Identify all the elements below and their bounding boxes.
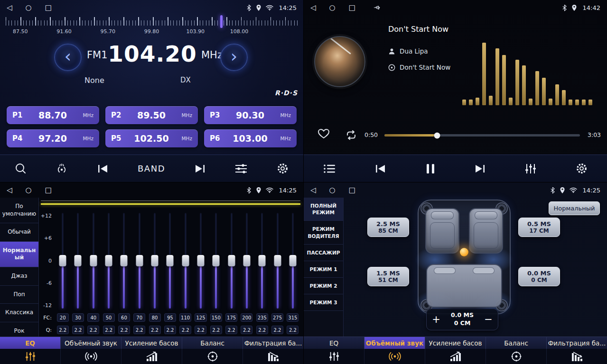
back-icon[interactable]: ◁ bbox=[310, 4, 316, 11]
eq-preset-item[interactable]: Рок bbox=[0, 322, 38, 337]
repeat-button[interactable] bbox=[345, 130, 358, 140]
eq-band-slider[interactable] bbox=[116, 213, 131, 309]
eq-band-slider[interactable] bbox=[193, 213, 208, 309]
next-track-button[interactable] bbox=[474, 164, 486, 174]
eq-sliders-icon[interactable] bbox=[304, 349, 364, 364]
surround-icon[interactable] bbox=[364, 349, 425, 364]
listening-mode-item[interactable]: РЕЖИМ ВОДИТЕЛЯ bbox=[304, 221, 343, 244]
recents-icon[interactable]: □ bbox=[45, 187, 52, 194]
recents-icon[interactable]: □ bbox=[349, 4, 355, 11]
decrease-delay-button[interactable]: − bbox=[479, 315, 498, 325]
recents-icon[interactable]: □ bbox=[349, 187, 355, 194]
filter-icon[interactable] bbox=[546, 349, 607, 364]
slider-knob[interactable] bbox=[136, 255, 143, 266]
eq-band-slider[interactable] bbox=[132, 213, 147, 309]
pause-button[interactable] bbox=[425, 163, 436, 174]
eq-preset-item[interactable]: Обычай bbox=[0, 223, 38, 242]
home-icon[interactable]: ○ bbox=[26, 4, 32, 11]
tab-surround[interactable]: Объёмный звук bbox=[364, 337, 425, 349]
band-button[interactable]: BAND bbox=[138, 164, 165, 173]
slider-knob[interactable] bbox=[151, 255, 159, 266]
eq-band-slider[interactable] bbox=[208, 213, 224, 309]
preset-button[interactable]: P6103.00MHz bbox=[204, 129, 297, 147]
eq-band-slider[interactable] bbox=[70, 213, 85, 309]
preset-button[interactable]: P289.50MHz bbox=[105, 106, 198, 124]
tab-filter[interactable]: Фильтрация ба... bbox=[546, 337, 607, 349]
bass-boost-icon[interactable] bbox=[121, 349, 182, 364]
tab-filter[interactable]: Фильтрация ба... bbox=[243, 337, 303, 349]
driver-seat[interactable] bbox=[425, 208, 459, 254]
eq-preset-item[interactable]: Нормальный bbox=[0, 242, 38, 267]
favorite-button[interactable] bbox=[317, 128, 330, 139]
preset-button[interactable]: P5102.50MHz bbox=[105, 129, 198, 147]
slider-knob[interactable] bbox=[90, 255, 97, 266]
listening-mode-item[interactable]: РЕЖИМ 3 bbox=[304, 294, 343, 311]
previous-station-button[interactable] bbox=[97, 164, 109, 174]
settings-gear-button[interactable] bbox=[276, 162, 289, 175]
tab-balance[interactable]: Баланс bbox=[486, 337, 546, 349]
back-icon[interactable]: ◁ bbox=[7, 187, 12, 194]
frequency-scale[interactable]: 87.5091.6095.7099.80103.90108.00 bbox=[6, 17, 298, 37]
slider-knob[interactable] bbox=[259, 255, 266, 266]
tab-bass-boost[interactable]: Усиление басов bbox=[425, 337, 486, 349]
eq-band-slider[interactable] bbox=[86, 213, 101, 309]
tune-up-button[interactable]: › bbox=[220, 44, 248, 71]
eq-band-slider[interactable] bbox=[270, 213, 285, 309]
eq-band-slider[interactable] bbox=[162, 213, 177, 309]
eq-band-slider[interactable] bbox=[285, 213, 300, 309]
eq-preset-item[interactable]: По умолчанию bbox=[0, 198, 38, 223]
eq-band-slider[interactable] bbox=[55, 213, 70, 309]
surround-icon[interactable] bbox=[60, 349, 121, 364]
listening-mode-item[interactable]: ПАССАЖИР bbox=[304, 245, 343, 261]
slider-knob[interactable] bbox=[59, 255, 66, 266]
tab-eq[interactable]: EQ bbox=[304, 337, 364, 349]
eq-preset-item[interactable]: Классика bbox=[0, 304, 38, 322]
eq-band-slider[interactable] bbox=[254, 213, 270, 309]
eq-preset-item[interactable]: Поп bbox=[0, 286, 38, 304]
tab-eq[interactable]: EQ bbox=[0, 337, 60, 349]
mixer-button[interactable] bbox=[524, 163, 537, 174]
slider-knob[interactable] bbox=[75, 255, 82, 266]
sound-focus-point[interactable] bbox=[460, 248, 468, 256]
previous-track-button[interactable] bbox=[374, 164, 387, 174]
tab-surround[interactable]: Объёмный звук bbox=[60, 337, 121, 349]
home-icon[interactable]: ○ bbox=[26, 187, 32, 194]
progress-track[interactable] bbox=[384, 134, 580, 136]
slider-knob[interactable] bbox=[197, 255, 204, 266]
slider-knob[interactable] bbox=[167, 255, 174, 266]
tab-balance[interactable]: Баланс bbox=[182, 337, 243, 349]
balance-icon[interactable] bbox=[486, 349, 546, 364]
eq-band-slider[interactable] bbox=[147, 213, 162, 309]
eq-band-slider[interactable] bbox=[178, 213, 193, 309]
settings-gear-button[interactable] bbox=[575, 162, 588, 175]
slider-knob[interactable] bbox=[213, 255, 220, 266]
preset-button[interactable]: P497.20MHz bbox=[7, 129, 99, 147]
passenger-seat[interactable] bbox=[469, 208, 503, 254]
listening-mode-item[interactable]: РЕЖИМ 1 bbox=[304, 261, 343, 278]
eq-preset-item[interactable]: Джаз bbox=[0, 267, 38, 286]
eq-band-slider[interactable] bbox=[224, 213, 239, 309]
tune-down-button[interactable]: ‹ bbox=[54, 44, 82, 71]
increase-delay-button[interactable]: + bbox=[427, 315, 446, 325]
slider-knob[interactable] bbox=[289, 255, 296, 266]
playlist-button[interactable] bbox=[323, 163, 336, 174]
home-icon[interactable]: ○ bbox=[329, 187, 336, 194]
listening-mode-item[interactable]: ПОЛНЫЙ РЕЖИМ bbox=[304, 198, 343, 221]
rear-bench-seat[interactable] bbox=[426, 264, 502, 308]
slider-knob[interactable] bbox=[274, 255, 281, 266]
bass-boost-icon[interactable] bbox=[425, 349, 486, 364]
eq-band-slider[interactable] bbox=[239, 213, 254, 309]
field-preset-button[interactable]: Нормальный bbox=[549, 201, 600, 215]
preset-button[interactable]: P390.30MHz bbox=[204, 106, 297, 124]
audio-settings-button[interactable] bbox=[234, 163, 248, 174]
slider-knob[interactable] bbox=[228, 255, 235, 266]
slider-knob[interactable] bbox=[121, 255, 128, 266]
listening-mode-item[interactable]: РЕЖИМ 2 bbox=[304, 278, 343, 294]
progress-knob[interactable] bbox=[434, 132, 440, 138]
eq-band-slider[interactable] bbox=[101, 213, 116, 309]
recents-icon[interactable]: □ bbox=[45, 4, 52, 11]
back-icon[interactable]: ◁ bbox=[7, 4, 12, 11]
tab-bass-boost[interactable]: Усиление басов bbox=[121, 337, 182, 349]
search-stations-button[interactable] bbox=[14, 163, 27, 175]
eq-sliders-icon[interactable] bbox=[0, 349, 60, 364]
